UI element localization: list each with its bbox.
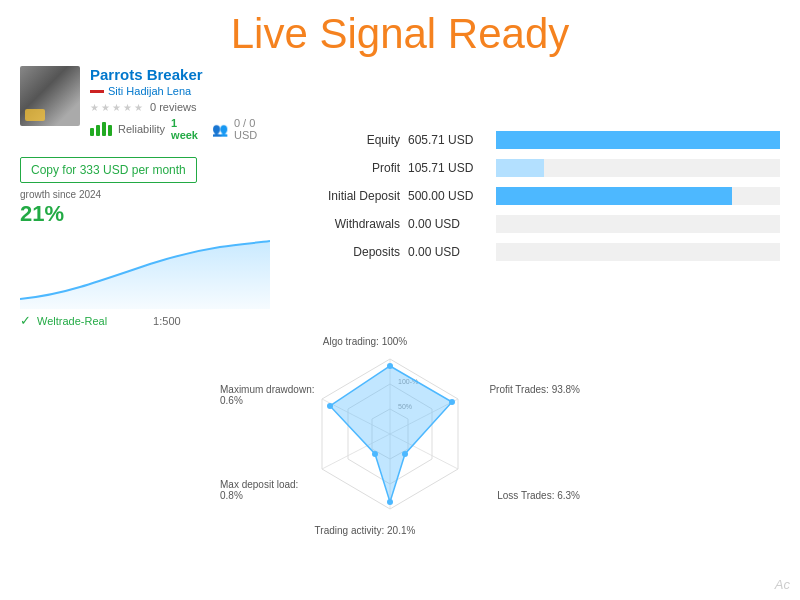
- star-5: ★: [134, 102, 144, 112]
- chart-area: growth since 2024 21%: [20, 189, 270, 309]
- radar-svg: 100-% 50%: [290, 354, 490, 514]
- bar-value: 0.00 USD: [408, 245, 488, 259]
- svg-point-11: [402, 451, 408, 457]
- star-4: ★: [123, 102, 133, 112]
- radar-label-bottom: Trading activity: 20.1%: [315, 525, 416, 536]
- strategy-name: Parrots Breaker: [90, 66, 280, 83]
- bar-row: Deposits0.00 USD: [290, 243, 780, 261]
- users-icon: 👥: [212, 122, 228, 137]
- reliability-bars: [90, 122, 112, 136]
- bar-row: Profit105.71 USD: [290, 159, 780, 177]
- copy-button[interactable]: Copy for 333 USD per month: [20, 157, 197, 183]
- week-badge: 1 week: [171, 117, 206, 141]
- growth-since-label: growth since 2024: [20, 189, 101, 200]
- bar-fill: [496, 187, 732, 205]
- bar-track: [496, 187, 780, 205]
- bar-fill: [496, 131, 780, 149]
- star-3: ★: [112, 102, 122, 112]
- bar-track: [496, 131, 780, 149]
- users-info: 0 / 0 USD: [234, 117, 280, 141]
- bar-fill: [496, 159, 544, 177]
- strategy-author-row: Siti Hadijah Lena: [90, 85, 280, 97]
- strategy-thumbnail: [20, 66, 80, 126]
- bar-value: 105.71 USD: [408, 161, 488, 175]
- bar-label: Withdrawals: [290, 217, 400, 231]
- star-1: ★: [90, 102, 100, 112]
- bar-label: Equity: [290, 133, 400, 147]
- main-content: Parrots Breaker Siti Hadijah Lena ★ ★ ★ …: [0, 66, 800, 536]
- author-name: Siti Hadijah Lena: [108, 85, 191, 97]
- reviews-count: 0 reviews: [150, 101, 196, 113]
- bar-row: Equity605.71 USD: [290, 131, 780, 149]
- bar-track: [496, 215, 780, 233]
- bar-label: Initial Deposit: [290, 189, 400, 203]
- bar-row: Initial Deposit500.00 USD: [290, 187, 780, 205]
- svg-point-9: [387, 363, 393, 369]
- bar-track: [496, 159, 780, 177]
- broker-name: Weltrade-Real: [37, 315, 107, 327]
- rel-bar-2: [96, 125, 100, 136]
- rel-bar-4: [108, 125, 112, 136]
- broker-ratio: 1:500: [153, 315, 181, 327]
- svg-point-13: [372, 451, 378, 457]
- strategy-header: Parrots Breaker Siti Hadijah Lena ★ ★ ★ …: [20, 66, 280, 145]
- bar-value: 500.00 USD: [408, 189, 488, 203]
- broker-check-icon: ✓: [20, 313, 31, 328]
- bar-label: Profit: [290, 161, 400, 175]
- svg-point-12: [387, 499, 393, 505]
- reliability-row: Reliability 1 week 👥 0 / 0 USD: [90, 117, 280, 141]
- svg-point-14: [327, 403, 333, 409]
- growth-chart: [20, 219, 270, 309]
- watermark: Ac: [775, 577, 790, 592]
- top-section: Parrots Breaker Siti Hadijah Lena ★ ★ ★ …: [20, 66, 780, 328]
- bar-value: 605.71 USD: [408, 133, 488, 147]
- bar-row: Withdrawals0.00 USD: [290, 215, 780, 233]
- strategy-info: Parrots Breaker Siti Hadijah Lena ★ ★ ★ …: [90, 66, 280, 145]
- bar-label: Deposits: [290, 245, 400, 259]
- star-2: ★: [101, 102, 111, 112]
- radar-label-top-right: Profit Trades: 93.8%: [489, 384, 580, 395]
- bottom-section: Algo trading: 100% Profit Trades: 93.8% …: [20, 336, 780, 536]
- rel-bar-1: [90, 128, 94, 136]
- author-dash-icon: [90, 90, 104, 93]
- rating-row: ★ ★ ★ ★ ★ 0 reviews: [90, 101, 280, 113]
- bar-value: 0.00 USD: [408, 217, 488, 231]
- svg-point-10: [449, 399, 455, 405]
- radar-container: Algo trading: 100% Profit Trades: 93.8% …: [210, 336, 590, 536]
- radar-label-bottom-left: Max deposit load:0.8%: [220, 479, 298, 501]
- reliability-label: Reliability: [118, 123, 165, 135]
- right-panel: Equity605.71 USDProfit105.71 USDInitial …: [290, 66, 780, 261]
- page-title: Live Signal Ready: [0, 0, 800, 66]
- left-panel: Parrots Breaker Siti Hadijah Lena ★ ★ ★ …: [20, 66, 280, 328]
- bar-track: [496, 243, 780, 261]
- radar-label-top: Algo trading: 100%: [323, 336, 408, 347]
- radar-label-bottom-right: Loss Trades: 6.3%: [497, 490, 580, 501]
- star-rating: ★ ★ ★ ★ ★: [90, 102, 144, 112]
- rel-bar-3: [102, 122, 106, 136]
- broker-row: ✓ Weltrade-Real 1:500: [20, 313, 280, 328]
